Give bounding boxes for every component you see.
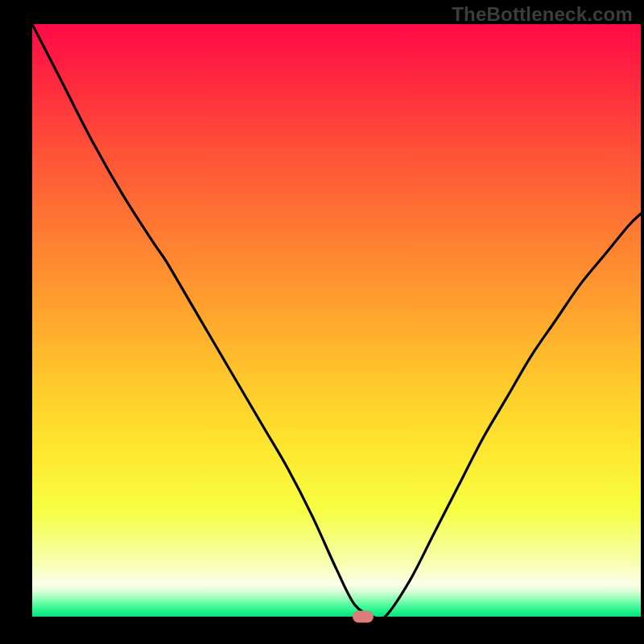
plot-background — [32, 24, 641, 617]
chart-stage: { "watermark": "TheBottleneck.com", "plo… — [0, 0, 644, 644]
watermark-text: TheBottleneck.com — [452, 3, 633, 26]
optimal-point-marker — [353, 610, 374, 622]
bottleneck-plot — [0, 0, 644, 644]
